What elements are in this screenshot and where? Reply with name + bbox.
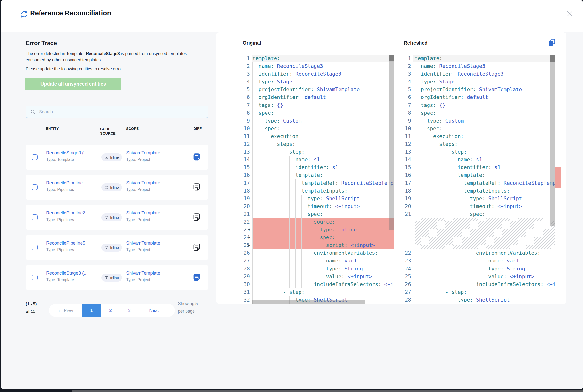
line-number: 16 [400,171,415,179]
scope-link[interactable]: ShivamTemplate [126,240,160,246]
code-line: 7tags: {} [400,102,555,109]
diff-icon[interactable] [193,243,201,252]
original-panel-title: Original [243,40,261,46]
entity-type: Type: Template [46,278,98,282]
code-source-badge: Inline [101,184,122,192]
entity-link[interactable]: ReconcilePipeline5 [46,240,85,246]
code-line: 6orgIdentifier: default [400,94,555,101]
line-number: 27 [400,288,415,296]
table-row: ReconcilePipeline2 Type: Pipelines Inlin… [26,205,208,230]
line-number: 27 [242,257,252,265]
line-number: 14 [242,156,252,164]
line-number: 32 [242,296,252,304]
line-number: 18 [242,187,252,195]
line-number: 13 [242,148,252,156]
row-checkbox[interactable] [32,154,37,160]
code-line: 2name: ReconcileStage3 [400,62,555,70]
original-vertical-scrollbar[interactable] [389,61,394,230]
page-button-3[interactable]: 3 [120,304,139,317]
code-source-badge: Inline [101,274,122,282]
entity-link[interactable]: ReconcileStage3 (... [46,150,87,155]
error-template-name: ReconcileStage3 [86,51,120,56]
code-line: 20timeout: <+input> [242,202,394,210]
page-horizontal-scrollbar[interactable] [71,390,583,392]
row-checkbox[interactable] [32,244,37,250]
scope-link[interactable]: ShivamTemplate [126,270,160,276]
entity-link[interactable]: ReconcilePipeline2 [46,210,85,216]
code-line: 14name: s1 [242,156,394,164]
table-row: ReconcilePipeline5 Type: Pipelines Inlin… [26,235,208,260]
line-number: 10 [242,125,252,132]
code-line: 21spec: [400,210,555,218]
code-line: 4type: Stage [400,78,555,86]
original-scrollbar-cap[interactable] [389,54,394,61]
code-line: 18templateInputs: [242,187,394,195]
scope-link[interactable]: ShivamTemplate [126,210,160,216]
row-checkbox[interactable] [32,214,37,220]
column-header-entity: ENTITY [46,126,59,130]
code-line: 9type: Custom [242,117,394,125]
line-number: 7 [400,102,415,109]
divider [26,100,208,100]
column-header-diff: DIFF [193,126,201,130]
search-input[interactable] [38,109,208,115]
line-number: 22 [242,218,252,226]
diff-icon[interactable] [193,183,201,192]
original-code-editor[interactable]: 1template:2name: ReconcileStage33identif… [242,54,394,304]
update-all-unsynced-entities-button[interactable]: Update all unsynced entities [25,78,121,90]
refreshed-vertical-scrollbar[interactable] [550,62,555,226]
right-arrow-icon: → [160,308,165,313]
scope-link[interactable]: ShivamTemplate [126,150,160,155]
line-number: 20 [400,202,415,210]
line-number: 6 [242,94,252,101]
scope-type: Type: Project [126,278,160,282]
original-horizontal-scrollbar[interactable] [252,300,365,304]
code-source-badge: Inline [101,214,122,222]
line-number: 3 [242,70,252,78]
refreshed-scrollbar-cap[interactable] [550,54,555,62]
close-icon[interactable] [566,10,574,18]
code-source-badge: Inline [101,153,122,161]
line-number: 1 [242,54,252,62]
code-line: 13- step: [400,148,555,156]
diff-icon[interactable] [193,273,201,282]
page-button-2[interactable]: 2 [101,304,120,317]
search-box [26,106,208,118]
code-line: 17templateRef: ReconcileStepTemplate [400,179,555,187]
inline-source-icon [104,276,108,280]
line-number: 3 [400,70,415,78]
diff-icon[interactable] [193,153,201,162]
refreshed-code-editor[interactable]: 1template:2name: ReconcileStage33identif… [400,54,555,304]
entity-link[interactable]: ReconcilePipeline [46,180,83,185]
code-line: 23- name: var1 [400,257,555,265]
code-line: 12steps: [400,140,555,148]
code-line: 26environmentVariables: [242,249,394,257]
prev-page-button[interactable]: ← Prev [49,304,82,317]
inline-source-icon [104,246,108,250]
code-source-badge: Inline [101,244,122,252]
line-number: 5 [242,86,252,94]
inline-source-icon [104,156,108,159]
line-number: 21 [400,210,415,218]
code-line: 23type: Inline [242,226,394,234]
code-line: 11execution: [242,132,394,140]
page-button-1[interactable]: 1 [82,304,101,317]
line-number: 28 [242,265,252,273]
search-icon [30,109,36,114]
line-number: 20 [242,202,252,210]
code-line: 6orgIdentifier: default [242,94,394,101]
scope-link[interactable]: ShivamTemplate [126,180,160,185]
line-number: 23 [242,226,252,234]
diff-icon[interactable] [193,213,201,222]
entity-link[interactable]: ReconcileStage3 (... [46,270,87,276]
diff-card: Original Refreshed 1template:2name: Reco… [216,32,566,304]
line-number: 16 [242,171,252,179]
next-page-button[interactable]: Next → [139,304,175,317]
code-line: 7tags: {} [242,102,394,109]
row-checkbox[interactable] [32,184,37,190]
copy-icon[interactable] [548,38,556,46]
line-number: 25 [242,241,252,249]
line-number: 17 [242,179,252,187]
inline-source-icon [104,186,108,190]
row-checkbox[interactable] [32,274,37,280]
